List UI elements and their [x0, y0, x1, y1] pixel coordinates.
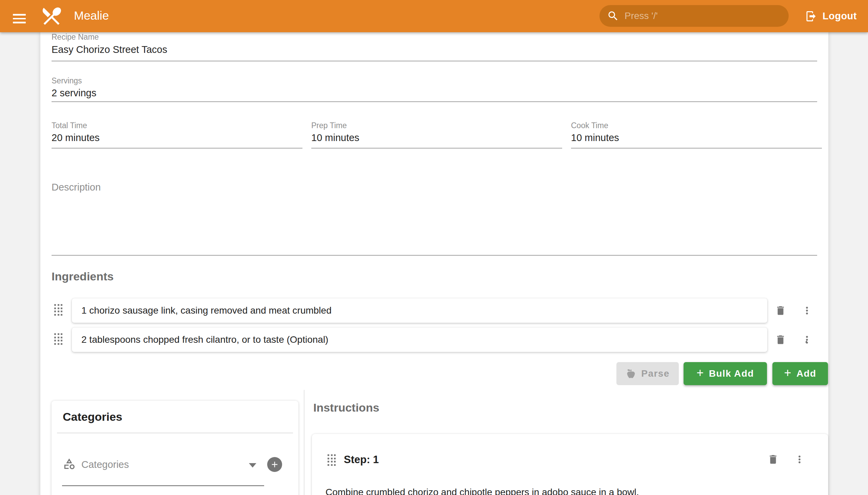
- logout-label: Logout: [822, 11, 857, 22]
- description-textarea[interactable]: [52, 195, 817, 254]
- trash-icon: [775, 334, 786, 345]
- description-label: Description: [52, 182, 101, 193]
- drag-handle-icon[interactable]: [54, 333, 62, 345]
- trash-icon: [767, 454, 779, 465]
- mealie-logo-icon: [40, 4, 63, 28]
- plus-icon: [270, 460, 279, 469]
- app-header: Mealie Logout: [0, 0, 868, 32]
- servings-label: Servings: [52, 76, 82, 85]
- delete-ingredient-button[interactable]: [774, 304, 787, 317]
- add-button[interactable]: + Add: [772, 362, 828, 385]
- drag-handle-icon[interactable]: [54, 304, 62, 315]
- categories-select[interactable]: Categories: [81, 459, 129, 470]
- add-label: Add: [797, 368, 816, 379]
- app-title: Mealie: [74, 9, 109, 22]
- column-divider: [304, 390, 305, 495]
- dots-vertical-icon: [801, 305, 813, 316]
- ingredient-input[interactable]: 2 tablespoons chopped fresh cilantro, or…: [72, 327, 767, 352]
- bulk-add-button[interactable]: + Bulk Add: [683, 362, 767, 385]
- delete-step-button[interactable]: [766, 453, 780, 466]
- drag-handle-icon[interactable]: [327, 454, 336, 466]
- step-title: Step: 1: [344, 454, 379, 466]
- logout-button[interactable]: Logout: [805, 0, 857, 32]
- prep-time-input[interactable]: 10 minutes: [311, 132, 359, 143]
- search-input[interactable]: [624, 10, 789, 22]
- shapes-icon: [63, 457, 75, 470]
- cook-time-underline: [571, 148, 822, 149]
- ingredient-menu-button[interactable]: [800, 304, 814, 317]
- categories-card: Categories Categories: [52, 401, 299, 495]
- delete-ingredient-button[interactable]: [774, 333, 787, 346]
- servings-input[interactable]: 2 servings: [52, 87, 96, 99]
- ingredient-input[interactable]: 1 chorizo sausage link, casing removed a…: [72, 298, 767, 323]
- instructions-heading: Instructions: [313, 401, 379, 414]
- chevron-down-icon[interactable]: [249, 463, 256, 467]
- step-text-input[interactable]: Combine crumbled chorizo and chipotle pe…: [325, 487, 639, 495]
- logout-icon: [805, 10, 817, 22]
- search-bar[interactable]: [599, 5, 789, 27]
- step-card: Step: 1 Combine crumbled chorizo and chi…: [312, 434, 828, 495]
- parse-button[interactable]: Parse: [616, 362, 679, 385]
- plus-icon: +: [784, 367, 792, 379]
- prep-time-underline: [311, 148, 562, 149]
- bulk-add-label: Bulk Add: [709, 368, 754, 379]
- recipe-editor-page: Mealie Logout Recipe Name Easy Chorizo S…: [0, 0, 868, 495]
- dots-vertical-icon: [801, 334, 813, 345]
- cook-time-input[interactable]: 10 minutes: [571, 132, 619, 143]
- dots-vertical-icon: [794, 454, 805, 465]
- ingredient-menu-button[interactable]: [800, 333, 814, 346]
- ingredient-row: 1 chorizo sausage link, casing removed a…: [52, 298, 817, 323]
- apple-icon: [626, 368, 636, 379]
- plus-icon: +: [696, 367, 704, 379]
- description-underline: [52, 255, 817, 256]
- parse-label: Parse: [641, 368, 669, 379]
- servings-underline: [52, 101, 817, 102]
- create-category-button[interactable]: [267, 457, 282, 472]
- trash-icon: [775, 305, 786, 316]
- categories-title: Categories: [63, 410, 122, 424]
- search-icon: [607, 10, 619, 22]
- step-menu-button[interactable]: [793, 453, 806, 466]
- menu-icon[interactable]: [13, 14, 26, 23]
- recipe-name-input[interactable]: Easy Chorizo Street Tacos: [52, 44, 167, 55]
- recipe-name-label: Recipe Name: [52, 33, 99, 42]
- categories-divider: [57, 433, 293, 433]
- categories-select-underline: [62, 485, 264, 486]
- recipe-name-underline: [52, 61, 817, 62]
- prep-time-label: Prep Time: [311, 121, 347, 130]
- cook-time-label: Cook Time: [571, 121, 608, 130]
- ingredient-row: 2 tablespoons chopped fresh cilantro, or…: [52, 327, 817, 352]
- total-time-input[interactable]: 20 minutes: [52, 132, 100, 143]
- ingredients-heading: Ingredients: [52, 270, 114, 283]
- total-time-label: Total Time: [52, 121, 87, 130]
- total-time-underline: [52, 148, 303, 149]
